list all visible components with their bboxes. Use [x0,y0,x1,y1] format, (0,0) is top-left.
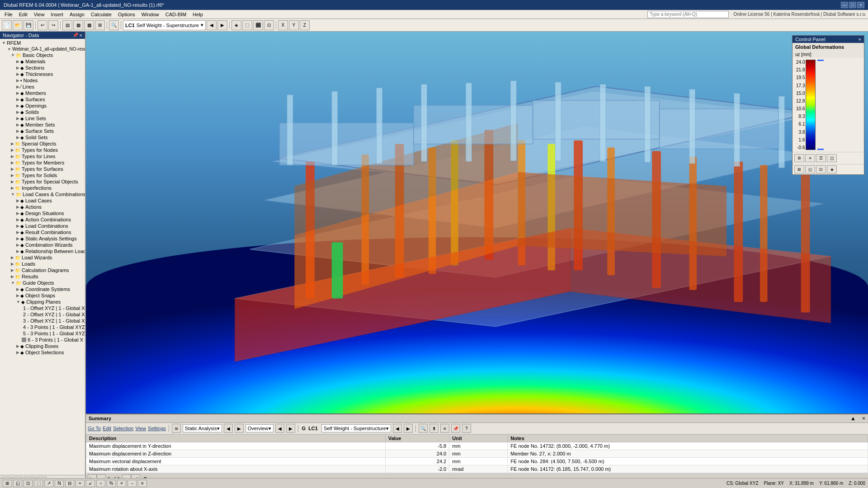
save-button[interactable]: 💾 [24,20,33,30]
bp-close[interactable]: × [862,415,865,422]
menu-calculate[interactable]: Calculate [88,11,114,18]
bp-overview-prev[interactable]: ◀ [275,424,284,433]
menu-help[interactable]: Help [190,11,206,18]
cp-axis-btn[interactable]: ⊞ [794,165,804,174]
open-button[interactable]: 📂 [13,20,23,30]
lc-name-dropdown[interactable]: Self Weight - Superstructure ▾ [321,424,391,432]
analysis-type-icon[interactable]: ≋ [172,424,181,433]
nav-pin[interactable]: 📌 [73,33,78,38]
close-button[interactable]: × [857,2,864,8]
maximize-button[interactable]: □ [849,2,856,8]
nav-relationship-loads[interactable]: ▶◆Relationship Between Load C [0,248,85,254]
nav-clipping-planes[interactable]: ▼◆Clipping Planes [0,299,85,305]
edit-btn[interactable]: Edit [103,426,111,431]
bp-export-btn[interactable]: ⬆ [429,424,439,433]
minimize-button[interactable]: — [841,2,848,8]
nav-loads[interactable]: ▶📁Loads [0,261,85,267]
cp-settings-btn[interactable]: ⚙ [794,154,804,162]
sb-btn11[interactable]: % [107,480,116,487]
nav-design-situations[interactable]: ▶◆Design Situations [0,210,85,216]
sb-btn6[interactable]: N [55,480,64,487]
sb-btn7[interactable]: ⊟ [65,480,74,487]
cp-render-btn[interactable]: ◱ [805,165,815,174]
next-lc[interactable]: ▶ [217,20,227,30]
render-btn-4[interactable]: ⊡ [264,20,274,30]
cp-close[interactable]: × [859,37,861,42]
menu-edit[interactable]: Edit [16,11,30,18]
nav-load-wizards[interactable]: ▶📁Load Wizards [0,254,85,261]
bp-help-btn[interactable]: ? [462,424,471,433]
nav-close[interactable]: × [80,33,82,38]
bp-lc-next[interactable]: ▶ [404,424,413,433]
axis-z[interactable]: Z [300,20,310,30]
menu-window[interactable]: Window [139,11,162,18]
undo-button[interactable]: ↩ [38,20,47,30]
nav-load-combinations[interactable]: ▶◆Load Combinations [0,223,85,229]
cp-filter-btn[interactable]: ≡ [805,154,815,162]
nav-clip-3[interactable]: 3 - Offset XYZ | 1 - Global X [0,318,85,324]
nav-special-objects[interactable]: ▶📁Special Objects [0,141,85,147]
nav-load-cases[interactable]: ▶◆Load Cases [0,197,85,204]
nav-basic-objects[interactable]: ▼ 📁 Basic Objects [0,52,85,58]
view-btn-3[interactable]: ▩ [84,20,94,30]
menu-cadbim[interactable]: CAD-BIM [163,11,189,18]
render-btn-3[interactable]: ⬛ [253,20,263,30]
nav-object-selections[interactable]: ▶◆Object Selections [0,349,85,356]
nav-surface-sets[interactable]: ▶◆Surface Sets [0,128,85,134]
sb-btn13[interactable]: → [127,480,137,487]
analysis-dropdown[interactable]: Static Analysis ▾ [183,424,222,432]
overview-dropdown[interactable]: Overview ▾ [245,424,274,432]
nav-member-sets[interactable]: ▶◆Member Sets [0,122,85,128]
nav-guide-objects[interactable]: ▼📁Guide Objects [0,280,85,286]
view-btn[interactable]: View [135,426,146,431]
nav-materials[interactable]: ▶◆Materials [0,58,85,65]
nav-coordinate-systems[interactable]: ▶◆Coordinate Systems [0,286,85,292]
view-btn-1[interactable]: ▤ [62,20,72,30]
bp-expand[interactable]: ▲ [850,415,856,422]
sb-btn14[interactable]: ≡ [138,480,147,487]
nav-arrow-project[interactable]: ▼ [7,47,11,52]
nav-types-lines[interactable]: ▶📁Types for Lines [0,153,85,160]
keyword-search[interactable] [647,11,729,18]
bp-overview-next[interactable]: ▶ [286,424,295,433]
bp-lc-prev[interactable]: ◀ [393,424,402,433]
sb-btn1[interactable]: ⊞ [3,480,12,487]
cp-view-btn[interactable]: ◫ [827,154,837,162]
nav-static-settings[interactable]: ▶◆Static Analysis Settings [0,235,85,242]
nav-clip-2[interactable]: 2 - Offset XYZ | 1 - Global X [0,311,85,318]
nav-combination-wizards[interactable]: ▶◆Combination Wizards [0,242,85,248]
nav-openings[interactable]: ▶◆Openings [0,103,85,109]
nav-calc-diagrams[interactable]: ▶📁Calculation Diagrams [0,267,85,273]
nav-surfaces[interactable]: ▶◆Surfaces [0,96,85,103]
bp-next[interactable]: ▶ [235,424,244,433]
bp-prev[interactable]: ◀ [224,424,233,433]
nav-solid-sets[interactable]: ▶◆Solid Sets [0,134,85,141]
nav-types-members[interactable]: ▶📁Types for Members [0,160,85,166]
bp-options-btn[interactable]: ≡ [440,424,449,433]
zoom-btn[interactable]: 🔍 [109,20,119,30]
new-button[interactable]: 📄 [2,20,12,30]
sb-btn10[interactable]: ○ [96,480,105,487]
nav-action-combinations[interactable]: ▶◆Action Combinations [0,216,85,223]
axis-x[interactable]: X [278,20,288,30]
viewport-3d[interactable]: Control Panel × Global Deformations uz [… [86,32,868,488]
nav-line-sets[interactable]: ▶◆Line Sets [0,115,85,122]
nav-types-surfaces[interactable]: ▶📁Types for Surfaces [0,166,85,172]
render-btn-2[interactable]: ⬚ [242,20,252,30]
nav-types-solids[interactable]: ▶📁Types for Solids [0,172,85,178]
nav-actions[interactable]: ▶◆Actions [0,204,85,210]
cp-color-btn[interactable]: ⊡ [816,165,826,174]
menu-view[interactable]: View [31,11,47,18]
nav-sections[interactable]: ▶◆Sections [0,65,85,71]
nav-results[interactable]: ▶📁Results [0,273,85,280]
nav-imperfections[interactable]: ▶📁Imperfections [0,185,85,191]
sb-btn3[interactable]: ⊡ [24,480,33,487]
nav-thicknesses[interactable]: ▶◆Thicknesses [0,71,85,77]
menu-insert[interactable]: Insert [48,11,66,18]
view-btn-2[interactable]: ▦ [73,20,83,30]
selection-btn[interactable]: Selection [113,426,133,431]
prev-lc[interactable]: ◀ [207,20,217,30]
bp-pin-btn[interactable]: 📌 [451,424,460,433]
nav-arrow-rfem[interactable]: ▼ [2,41,6,45]
nav-clip-4[interactable]: 4 - 3 Points | 1 - Global XYZ [0,324,85,330]
